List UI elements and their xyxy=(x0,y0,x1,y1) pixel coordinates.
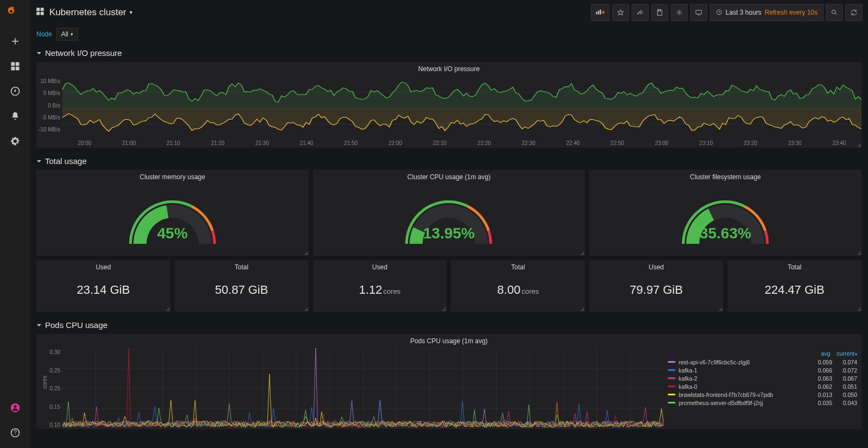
panel-fs-used[interactable]: Used79.97 GiB xyxy=(589,260,723,312)
stat-value: 1.12cores xyxy=(313,283,447,297)
topbar: Kubernetes cluster ▾ + Last 3 hours Refr… xyxy=(30,0,868,24)
net-yaxis: 10 MB/s5 MB/s0 B/s-5 MB/s-10 MB/s xyxy=(36,76,62,140)
legend-swatch xyxy=(668,361,675,363)
alerting-icon[interactable] xyxy=(5,106,25,126)
legend-row[interactable]: kafka-00.0620.051 xyxy=(668,382,857,390)
legend-row[interactable]: rest-api-v6-7c9f6cbc5c-zlgj60.0590.074 xyxy=(668,358,857,366)
legend-row[interactable]: brawlstats-frontend-f7b7cb679-v7pdb0.013… xyxy=(668,390,857,399)
pods-yaxis: cores 0.300.250.200.150.10 xyxy=(36,348,62,429)
svg-rect-19 xyxy=(695,10,701,14)
panel-pods-cpu[interactable]: Pods CPU usage (1m avg) cores 0.300.250.… xyxy=(36,334,861,429)
panel-fs-total[interactable]: Total224.47 GiB xyxy=(727,260,861,312)
var-node-select[interactable]: All ▾ xyxy=(56,28,78,41)
panel-fs-gauge[interactable]: Cluster filesystem usage 35.63% xyxy=(589,170,861,256)
grafana-logo-icon[interactable] xyxy=(7,5,23,22)
panel-cpu-total[interactable]: Total8.00cores xyxy=(451,260,585,312)
gauge-value: 45% xyxy=(157,225,188,242)
legend-swatch xyxy=(668,386,675,387)
panel-mem-total[interactable]: Total50.87 GiB xyxy=(175,260,309,312)
sidebar: ? xyxy=(0,0,30,448)
dashboard-title: Kubernetes cluster xyxy=(49,7,126,18)
svg-rect-14 xyxy=(596,11,597,14)
gauge-value: 35.63% xyxy=(700,225,751,242)
cycle-view-button[interactable] xyxy=(690,4,707,21)
star-button[interactable] xyxy=(612,4,629,21)
legend-name: kafka-2 xyxy=(679,375,807,382)
svg-rect-16 xyxy=(599,9,601,14)
dashboards-icon[interactable] xyxy=(5,56,25,76)
legend-name: brawlstats-frontend-f7b7cb679-v7pdb xyxy=(679,392,807,398)
configuration-icon[interactable] xyxy=(5,131,25,151)
help-icon[interactable]: ? xyxy=(5,423,25,443)
legend-row[interactable]: prometheus-server-d5dfbdf9f-j2rjj0.0350.… xyxy=(668,399,857,407)
legend-name: kafka-1 xyxy=(679,367,807,374)
panel-cpu-used[interactable]: Used1.12cores xyxy=(313,260,447,312)
dashboard-title-dropdown[interactable]: Kubernetes cluster ▾ xyxy=(49,7,132,18)
time-range-picker[interactable]: Last 3 hours Refresh every 10s xyxy=(710,4,824,21)
panel-network-io[interactable]: Network I/O pressure 10 MB/s5 MB/s0 B/s-… xyxy=(36,62,861,148)
stat-value: 79.97 GiB xyxy=(589,283,723,297)
profile-icon[interactable] xyxy=(5,398,25,418)
time-range-label: Last 3 hours xyxy=(726,9,762,16)
svg-point-7 xyxy=(14,405,16,408)
svg-rect-13 xyxy=(41,12,44,15)
legend-col-avg[interactable]: avg xyxy=(821,350,830,357)
zoom-out-button[interactable] xyxy=(826,4,843,21)
chevron-down-icon: ▾ xyxy=(71,31,73,37)
panel-title: Network I/O pressure xyxy=(36,62,861,76)
save-button[interactable] xyxy=(651,4,668,21)
chevron-down-icon: ▾ xyxy=(130,9,132,15)
var-node-label: Node xyxy=(36,30,52,38)
svg-rect-15 xyxy=(598,10,599,14)
svg-rect-17 xyxy=(658,9,660,11)
row-header-pods[interactable]: Pods CPU usage xyxy=(36,316,861,334)
share-button[interactable] xyxy=(631,4,649,21)
pods-legend: avgcurrent rest-api-v6-7c9f6cbc5c-zlgj60… xyxy=(663,348,861,429)
net-plot xyxy=(62,76,861,140)
svg-point-18 xyxy=(678,11,680,14)
panel-mem-used[interactable]: Used23.14 GiB xyxy=(36,260,170,312)
legend-name: prometheus-server-d5dfbdf9f-j2rjj xyxy=(679,400,807,406)
legend-name: rest-api-v6-7c9f6cbc5c-zlgj6 xyxy=(679,359,807,365)
explore-icon[interactable] xyxy=(5,81,25,101)
template-variables: Node All ▾ xyxy=(30,24,868,44)
stat-value: 224.47 GiB xyxy=(727,283,861,297)
legend-swatch xyxy=(668,369,675,371)
panel-mem-gauge[interactable]: Cluster memory usage 45% xyxy=(36,170,309,256)
net-xaxis: 20:5021:0021:1021:2021:3021:4021:5022:00… xyxy=(36,140,861,146)
legend-name: kafka-0 xyxy=(679,383,807,390)
pods-plot xyxy=(62,348,663,429)
legend-row[interactable]: kafka-10.0660.072 xyxy=(668,366,857,374)
settings-button[interactable] xyxy=(671,4,688,21)
refresh-interval-label: Refresh every 10s xyxy=(765,9,818,16)
legend-row[interactable]: kafka-20.0630.067 xyxy=(668,374,857,382)
row-header-total[interactable]: Total usage xyxy=(36,152,861,170)
svg-rect-4 xyxy=(15,67,19,71)
svg-text:?: ? xyxy=(14,430,17,436)
legend-col-current[interactable]: current xyxy=(837,350,857,357)
add-panel-button[interactable]: + xyxy=(591,4,610,21)
panel-cpu-gauge[interactable]: Cluster CPU usage (1m avg) 13.95% xyxy=(313,170,585,256)
svg-rect-1 xyxy=(11,62,15,66)
legend-swatch xyxy=(668,402,675,403)
svg-rect-11 xyxy=(41,8,44,11)
stat-value: 8.00cores xyxy=(451,283,585,297)
svg-rect-2 xyxy=(15,62,19,66)
gauge-value: 13.95% xyxy=(423,225,475,242)
create-icon[interactable] xyxy=(5,31,25,51)
legend-swatch xyxy=(668,377,675,379)
svg-rect-3 xyxy=(11,67,15,71)
stat-value: 23.14 GiB xyxy=(36,283,170,297)
dashboard-icon xyxy=(35,7,45,18)
row-header-network[interactable]: Network I/O pressure xyxy=(36,44,861,62)
stat-value: 50.87 GiB xyxy=(175,283,309,297)
refresh-button[interactable] xyxy=(845,4,863,21)
legend-swatch xyxy=(668,394,675,395)
svg-rect-10 xyxy=(36,8,40,11)
svg-rect-12 xyxy=(36,12,40,15)
svg-point-0 xyxy=(10,10,12,12)
